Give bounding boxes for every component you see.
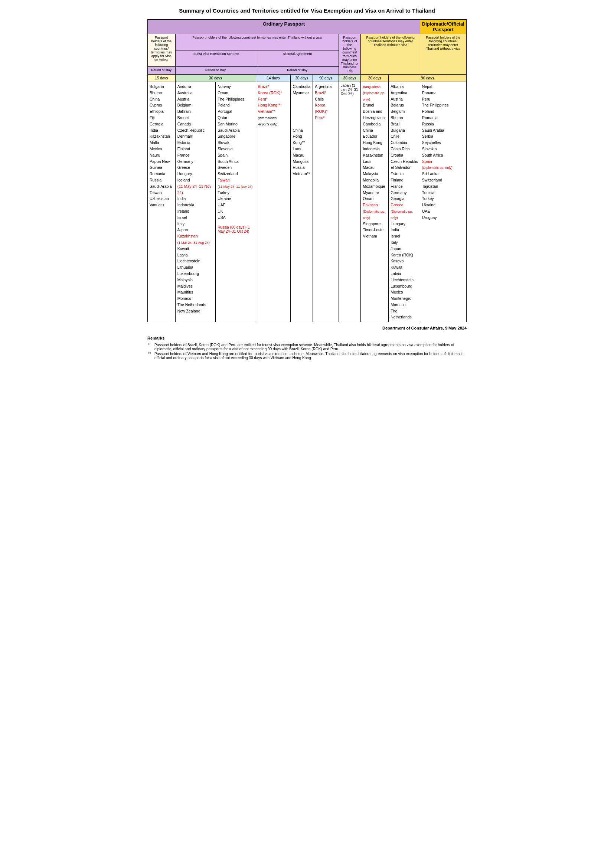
list-item: (11 May 24–11 Nov 24)	[217, 183, 254, 190]
list-item: Poland	[217, 102, 254, 108]
list-item: Morocco	[391, 302, 418, 308]
30-days-exempt-label: 30 days	[175, 74, 256, 82]
list-item: Brazil*	[258, 84, 289, 90]
list-item: Brunei	[177, 115, 214, 121]
list-item: Czech Republic	[177, 127, 214, 133]
list-item: Turkey	[217, 190, 254, 196]
japan-visa-exempt: Japan (1 Jan 24–31 Dec 26)	[338, 82, 361, 322]
list-item: Belarus	[391, 102, 418, 108]
list-item: Myanmar	[293, 90, 311, 96]
list-item: Hong Kong**	[258, 102, 289, 108]
list-item: Bahrain	[177, 108, 214, 115]
list-item: Bangladesh	[363, 84, 386, 90]
list-item: Taiwan	[150, 190, 174, 196]
list-item: Serbia	[422, 133, 464, 140]
list-item: Vietnam	[363, 233, 386, 239]
diplomatic-no-visa-desc: Passport holders of the following countr…	[361, 34, 420, 74]
list-item: Brazil	[391, 121, 418, 127]
list-item: Albania	[391, 84, 418, 90]
list-item: Romania	[422, 115, 464, 121]
list-item: UAE	[422, 208, 464, 214]
remarks-title: Remarks	[147, 336, 467, 340]
list-item: Malaysia	[177, 277, 214, 283]
list-item: China	[150, 96, 174, 102]
list-item: Argentina	[315, 84, 336, 90]
list-item: Croatia	[391, 152, 418, 158]
list-item: Portugal	[217, 108, 254, 115]
list-item: Saudi Arabia	[422, 127, 464, 133]
list-item: Malta	[150, 140, 174, 146]
list-item: Timor-Leste	[363, 227, 386, 233]
list-item: Pakistan	[363, 202, 386, 208]
list-item: Cambodia	[293, 84, 311, 90]
list-item: The Netherlands	[177, 302, 214, 308]
list-item: South Africa	[422, 152, 464, 158]
list-item: Vietnam**	[293, 171, 311, 177]
list-item: Finland	[177, 146, 214, 152]
list-item: Maldives	[177, 283, 214, 290]
list-item: Argentina	[391, 90, 418, 96]
list-item: Austria	[177, 96, 214, 102]
list-item: Mexico	[150, 146, 174, 152]
list-item: Finland	[391, 177, 418, 183]
list-item: Luxembourg	[177, 271, 214, 277]
90-days-bilateral-label: 90 days	[313, 74, 338, 82]
list-item: UAE	[217, 202, 254, 208]
diplomatic-90-col2: Nepal Panama Peru The Philippines Poland…	[420, 82, 466, 322]
list-item: Kazakhstan	[177, 233, 214, 239]
list-item: Colombia	[391, 140, 418, 146]
list-item: Nauru	[150, 152, 174, 158]
list-item: Spain	[422, 158, 464, 165]
list-item: Myanmar	[363, 190, 386, 196]
list-item: Fiji	[150, 115, 174, 121]
list-item: Qatar	[217, 115, 254, 121]
bilateral-14-list: Brazil* Korea (ROK)* Peru* Hong Kong** V…	[256, 82, 291, 322]
list-item: South Africa	[217, 158, 254, 165]
list-item: Saudi Arabia	[217, 127, 254, 133]
list-item: Luxembourg	[391, 283, 418, 290]
list-item: Ethiopia	[150, 108, 174, 115]
tourist-exempt-30-col2: Norway Oman The Philippines Poland Portu…	[216, 82, 256, 322]
list-item: Andorra	[177, 84, 214, 90]
list-item: The Philippines	[422, 102, 464, 108]
list-item: Vanuatu	[150, 202, 174, 208]
list-item: Kuwait	[391, 264, 418, 271]
list-item: (Diplomatic pp. only)	[363, 90, 386, 102]
bilateral-30-list: Cambodia Myanmar China Hong Kong** Laos …	[291, 82, 313, 322]
diplomatic-no-visa-desc2: Passport holders of the following countr…	[420, 34, 466, 74]
list-item: Chile	[315, 96, 336, 102]
list-item: Malaysia	[363, 171, 386, 177]
list-item: New Zealand	[177, 308, 214, 314]
list-item: Montenegro	[391, 295, 418, 302]
list-item: Lithuania	[177, 264, 214, 271]
list-item: Mexico	[391, 289, 418, 295]
list-item: Korea (ROK)	[391, 252, 418, 258]
list-item: Hong Kong	[363, 140, 386, 146]
list-item: Sri Lanka	[422, 171, 464, 177]
list-item: Greece	[391, 202, 418, 208]
list-item: Austria	[391, 96, 418, 102]
list-item: Bulgaria	[150, 84, 174, 90]
list-item: San Marino	[217, 121, 254, 127]
list-item: India	[391, 227, 418, 233]
tourist-visa-exemption-label: Tourist Visa Exemption Scheme	[175, 50, 256, 67]
90-days-diplomatic-label: 90 days	[389, 74, 467, 82]
list-item: Mongolia	[293, 158, 311, 165]
list-item: Liechtenstein	[177, 258, 214, 264]
department-line: Department of Consular Affairs, 9 May 20…	[147, 326, 467, 330]
list-item: Indonesia	[363, 146, 386, 152]
list-item: Estonia	[391, 171, 418, 177]
remarks-star1: Passport holders of Brazil, Korea (ROK) …	[154, 343, 466, 351]
list-item: Liechtenstein	[391, 277, 418, 283]
list-item: Poland	[422, 108, 464, 115]
30-days-diplomatic-label: 30 days	[361, 74, 389, 82]
list-item: Georgia	[150, 121, 174, 127]
list-item: (11 May 24–11 Nov 24)	[177, 183, 214, 196]
list-item: Laos	[363, 158, 386, 165]
list-item: Vietnam**	[258, 108, 289, 115]
list-item: Taiwan	[217, 177, 254, 183]
list-item: Bhutan	[150, 90, 174, 96]
list-item: (Diplomatic pp. only)	[391, 208, 418, 221]
list-item: Canada	[177, 121, 214, 127]
diplomatic-passport-header: Diplomatic/Official Passport	[420, 20, 466, 34]
